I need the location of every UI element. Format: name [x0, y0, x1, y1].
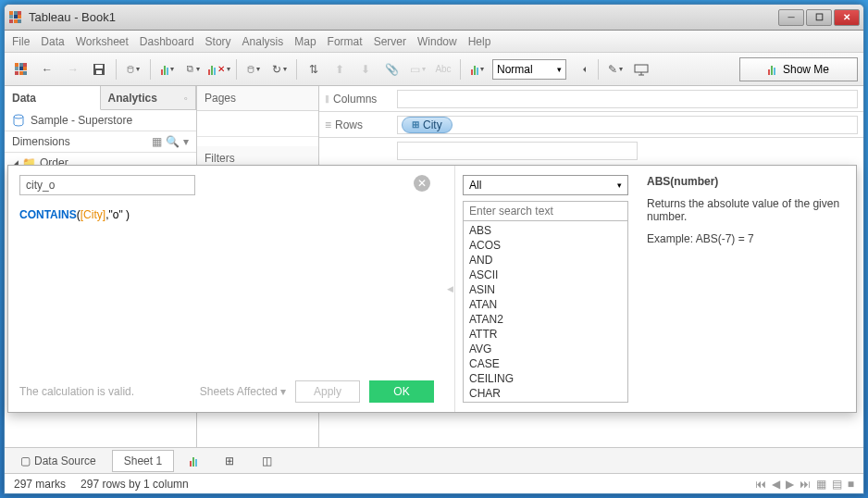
autoupdate-button[interactable]: ▾ [242, 58, 265, 81]
menu-map[interactable]: Map [294, 35, 316, 48]
fn-item[interactable]: ASCII [469, 268, 622, 282]
svg-rect-7 [635, 65, 648, 72]
new-datasource-button[interactable]: ▾ [122, 58, 144, 81]
forward-button[interactable]: → [62, 58, 84, 81]
fn-item[interactable]: ACOS [469, 238, 622, 253]
calc-close-button[interactable]: ✕ [414, 175, 430, 192]
abc-button[interactable]: Abc [432, 58, 454, 81]
tableau-logo-button[interactable] [10, 58, 32, 81]
window-title: Tableau - Book1 [29, 10, 778, 24]
menu-file[interactable]: File [12, 35, 30, 48]
close-button[interactable]: ✕ [834, 9, 860, 26]
ok-button[interactable]: OK [369, 380, 434, 403]
menubar: File Data Worksheet Dashboard Story Anal… [5, 31, 863, 53]
view-full-icon[interactable]: ■ [848, 478, 854, 491]
datasource-name: Sample - Superstore [31, 114, 132, 127]
fn-item[interactable]: CASE [469, 356, 622, 371]
show-me-button[interactable]: Show Me [739, 57, 858, 81]
function-category-select[interactable]: All [463, 175, 628, 195]
sort-desc-button[interactable]: ⬇ [354, 58, 377, 81]
fn-item[interactable]: ATTR [469, 327, 622, 342]
function-list[interactable]: ABS ACOS AND ASCII ASIN ATAN ATAN2 ATTR … [463, 221, 628, 403]
fn-item[interactable]: ATAN [469, 297, 622, 312]
save-button[interactable] [88, 58, 110, 81]
help-example: Example: ABS(-7) = 7 [647, 232, 845, 245]
search-icon[interactable]: 🔍 [166, 135, 180, 148]
apply-button[interactable]: Apply [295, 380, 360, 403]
menu-server[interactable]: Server [374, 35, 406, 48]
new-story-tab[interactable]: ◫ [250, 450, 284, 472]
fn-item[interactable]: CEILING [469, 371, 622, 386]
new-worksheet-tab[interactable] [178, 450, 209, 472]
menu-data[interactable]: Data [41, 35, 64, 48]
sort-asc-button[interactable]: ⬆ [329, 58, 351, 81]
tab-sheet1[interactable]: Sheet 1 [112, 450, 174, 472]
calc-formula-area[interactable]: CONTAINS([City],"o" ) [19, 208, 434, 222]
menu-worksheet[interactable]: Worksheet [76, 35, 129, 48]
columns-label: Columns [333, 93, 377, 106]
columns-drop-area[interactable] [397, 90, 858, 108]
view-icon[interactable]: ▦ [152, 135, 162, 148]
rows-drop-area[interactable]: ⊞ City [397, 116, 858, 134]
zoom-label: Normal [497, 63, 533, 76]
tab-data[interactable]: Data [5, 86, 101, 110]
fn-item[interactable]: ABS [469, 223, 622, 238]
highlight-button[interactable]: ✎▾ [604, 58, 626, 81]
tab-datasource[interactable]: ▢ Data Source [8, 450, 108, 472]
calc-name-input[interactable] [19, 175, 195, 195]
menu-window[interactable]: Window [417, 35, 457, 48]
menu-help[interactable]: Help [468, 35, 491, 48]
new-dashboard-tab[interactable]: ⊞ [213, 450, 246, 472]
dimensions-header: Dimensions ▦🔍▾ [5, 131, 196, 153]
duplicate-button[interactable]: ▾ [182, 58, 205, 81]
refresh-button[interactable]: ↻▾ [268, 58, 291, 81]
menu-analysis[interactable]: Analysis [242, 35, 284, 48]
maximize-button[interactable]: ☐ [806, 9, 832, 26]
sheets-affected-dropdown[interactable]: Sheets Affected ▾ [200, 385, 286, 398]
attach-button[interactable]: 📎 [380, 58, 403, 81]
menu-format[interactable]: Format [328, 35, 363, 48]
extra-drop-area[interactable] [397, 142, 638, 160]
rows-shelf[interactable]: ≡Rows ⊞ City [319, 112, 863, 138]
group-button[interactable]: ▭▾ [406, 58, 428, 81]
rows-pill-city[interactable]: ⊞ City [402, 117, 453, 133]
fn-item[interactable]: AND [469, 253, 622, 268]
fn-item[interactable]: CONTAINS [469, 401, 622, 403]
fn-item[interactable]: ATAN2 [469, 312, 622, 327]
nav-first-icon[interactable]: ⏮ [755, 478, 766, 491]
menu-story[interactable]: Story [205, 35, 231, 48]
fn-item[interactable]: AVG [469, 342, 622, 356]
clear-button[interactable]: ✕▾ [208, 58, 230, 81]
presentation-button[interactable] [630, 58, 652, 81]
fn-item[interactable]: CHAR [469, 386, 622, 401]
nav-last-icon[interactable]: ⏭ [800, 478, 811, 491]
pill-label: City [423, 118, 442, 131]
columns-icon: ⦀ [325, 93, 329, 106]
swap-button[interactable]: ⇅ [303, 58, 325, 81]
pages-shelf[interactable] [197, 111, 318, 137]
view-film-icon[interactable]: ▤ [832, 478, 842, 491]
back-button[interactable]: ← [36, 58, 58, 81]
zoom-select[interactable]: Normal [492, 59, 566, 80]
tab-analytics[interactable]: Analytics◦ [101, 86, 197, 109]
pin-button[interactable] [570, 58, 592, 81]
status-marks: 297 marks [14, 478, 66, 491]
datasource-row[interactable]: Sample - Superstore [5, 110, 196, 131]
rows-label: Rows [335, 118, 363, 131]
menu-icon[interactable]: ▾ [183, 135, 189, 148]
nav-prev-icon[interactable]: ◀ [772, 478, 780, 491]
calc-collapse-handle[interactable]: ◀ [445, 166, 454, 412]
help-description: Returns the absolute value of the given … [647, 197, 845, 223]
columns-shelf[interactable]: ⦀Columns [319, 86, 863, 112]
view-grid-icon[interactable]: ▦ [816, 478, 826, 491]
minimize-button[interactable]: ─ [778, 9, 804, 26]
svg-point-3 [128, 66, 133, 68]
new-worksheet-button[interactable]: ▾ [156, 58, 179, 81]
datasource-icon [12, 114, 25, 127]
menu-dashboard[interactable]: Dashboard [140, 35, 194, 48]
fit-button[interactable]: ▾ [466, 58, 489, 81]
fn-item[interactable]: ASIN [469, 282, 622, 297]
nav-next-icon[interactable]: ▶ [786, 478, 794, 491]
svg-rect-1 [95, 65, 103, 68]
function-search-input[interactable] [463, 201, 628, 221]
